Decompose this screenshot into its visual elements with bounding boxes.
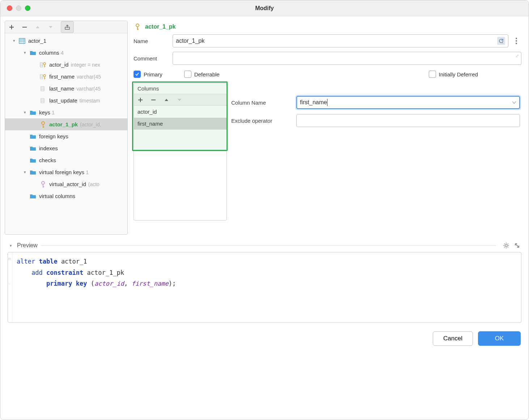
svg-point-10 xyxy=(136,24,139,27)
columns-area: Columns actor_id first_name Column Name … xyxy=(131,83,524,220)
col-down-button[interactable] xyxy=(173,94,186,106)
svg-rect-1 xyxy=(19,38,25,43)
comment-row: Comment ⤢ xyxy=(134,52,521,65)
window-close[interactable] xyxy=(7,5,12,11)
tree-root[interactable]: ▾ actor_1 xyxy=(5,35,127,47)
sql-code: alter table actor_1 add constraint actor… xyxy=(17,256,516,289)
window-minimize[interactable] xyxy=(16,5,21,11)
column-item-actor-id[interactable]: actor_id xyxy=(134,106,227,118)
gear-icon[interactable] xyxy=(502,241,511,250)
column-name-row: Column Name first_name xyxy=(231,96,520,109)
header-title: actor_1_pk xyxy=(145,24,176,30)
name-input[interactable]: actor_1_pk xyxy=(173,34,508,47)
tree-indexes[interactable]: indexes xyxy=(5,142,127,154)
folder-icon xyxy=(29,168,37,176)
column-item-first-name[interactable]: first_name xyxy=(134,118,227,130)
primary-checkbox[interactable]: Primary xyxy=(134,71,162,78)
key-name: actor_1_pk xyxy=(49,121,78,127)
tree-vfk[interactable]: ▾ virtual foreign keys 1 xyxy=(5,166,127,178)
tree-vfk-item[interactable]: virtual_actor_id (acto xyxy=(5,178,127,190)
footer: Cancel OK xyxy=(0,326,529,351)
tree-scroll-to-button[interactable] xyxy=(61,21,74,33)
divider xyxy=(41,245,496,246)
preview-label: Preview xyxy=(17,242,38,249)
column-key-icon xyxy=(39,73,47,81)
tree-checks[interactable]: checks xyxy=(5,154,127,166)
table-icon xyxy=(18,37,26,45)
exclude-label: Exclude operator xyxy=(231,118,296,124)
tree-remove-button[interactable] xyxy=(18,21,31,33)
tree-add-button[interactable] xyxy=(5,21,18,33)
titlebar: Modify xyxy=(0,0,529,16)
folder-icon xyxy=(29,144,37,152)
fold-marker-icon: ⊟ xyxy=(7,257,12,261)
tree-col-last-name[interactable]: last_name varchar(45 xyxy=(5,83,127,94)
column-key-icon xyxy=(39,61,47,69)
name-row: Name actor_1_pk xyxy=(134,34,521,47)
details-header: actor_1_pk xyxy=(131,21,524,34)
tree-foreign-keys[interactable]: foreign keys xyxy=(5,130,127,142)
columns-title: Columns xyxy=(134,83,227,94)
checkbox-icon xyxy=(184,71,191,78)
comment-input[interactable]: ⤢ xyxy=(173,52,521,65)
ok-button[interactable]: OK xyxy=(478,331,521,346)
column-name-label: Column Name xyxy=(231,100,296,106)
tree-keys[interactable]: ▾ keys 1 xyxy=(5,106,127,118)
columns-toolbar xyxy=(134,94,227,106)
details-panel: actor_1_pk Name actor_1_pk Comment ⤢ xyxy=(131,21,524,235)
col-up-button[interactable] xyxy=(160,94,173,106)
tree-key-pk[interactable]: actor_1_pk (actor_id, xyxy=(5,118,127,130)
exclude-row: Exclude operator xyxy=(231,114,520,127)
deferrable-checkbox[interactable]: Deferrable xyxy=(184,71,220,78)
chevron-down-icon[interactable]: ▾ xyxy=(8,242,14,249)
key-gold-icon xyxy=(39,121,47,129)
primary-label: Primary xyxy=(144,71,162,77)
chevron-down-icon: ▾ xyxy=(22,169,28,176)
tree-down-button[interactable] xyxy=(44,21,57,33)
tree-columns[interactable]: ▾ columns 4 xyxy=(5,47,127,59)
col-remove-button[interactable] xyxy=(147,94,160,106)
checkbox-icon xyxy=(429,71,436,78)
name-label: Name xyxy=(134,38,173,44)
column-name-value: first_name xyxy=(300,99,327,106)
initially-deferred-checkbox[interactable]: Initially Deferred xyxy=(429,71,478,78)
open-external-icon[interactable] xyxy=(513,241,521,250)
column-details: Column Name first_name Exclude operator xyxy=(230,83,521,220)
svg-rect-6 xyxy=(41,87,44,91)
more-button[interactable] xyxy=(511,34,521,47)
cancel-button[interactable]: Cancel xyxy=(433,331,473,346)
svg-point-12 xyxy=(516,40,517,42)
sql-preview[interactable]: ⊟ ⌞ alter table actor_1 add constraint a… xyxy=(8,252,521,323)
column-name-input[interactable]: first_name xyxy=(296,96,520,109)
col-add-button[interactable] xyxy=(134,94,147,106)
chevron-down-icon[interactable] xyxy=(512,101,516,104)
tree-col-first-name[interactable]: first_name varchar(45 xyxy=(5,71,127,83)
chevron-down-icon: ▾ xyxy=(22,50,28,56)
svg-rect-2 xyxy=(40,63,43,67)
column-icon xyxy=(39,97,47,105)
key-gold-icon xyxy=(134,23,141,31)
form: Name actor_1_pk Comment ⤢ xyxy=(131,34,524,69)
tree-vcol[interactable]: virtual columns xyxy=(5,190,127,202)
svg-rect-7 xyxy=(41,98,44,103)
tree-up-button[interactable] xyxy=(31,21,44,33)
svg-point-14 xyxy=(505,244,507,247)
tree-col-actor-id[interactable]: actor_id integer = nex xyxy=(5,59,127,71)
comment-label: Comment xyxy=(134,55,173,62)
window-title: Modify xyxy=(0,5,529,12)
fold-end-icon: ⌞ xyxy=(7,281,12,285)
checkbox-row: Primary Deferrable Initially Deferred xyxy=(131,69,524,83)
tree-col-last-update[interactable]: last_update timestam xyxy=(5,94,127,106)
svg-point-3 xyxy=(43,63,46,65)
folder-icon xyxy=(29,109,37,117)
exclude-input[interactable] xyxy=(296,114,520,127)
window-zoom[interactable] xyxy=(25,5,30,11)
deferrable-label: Deferrable xyxy=(194,71,220,77)
column-icon xyxy=(39,85,47,93)
expand-icon[interactable]: ⤢ xyxy=(516,54,519,58)
refresh-icon[interactable] xyxy=(497,37,505,45)
folder-icon xyxy=(29,133,37,140)
preview-header: ▾ Preview xyxy=(8,241,521,250)
svg-point-9 xyxy=(42,181,45,184)
folder-icon xyxy=(29,156,37,164)
